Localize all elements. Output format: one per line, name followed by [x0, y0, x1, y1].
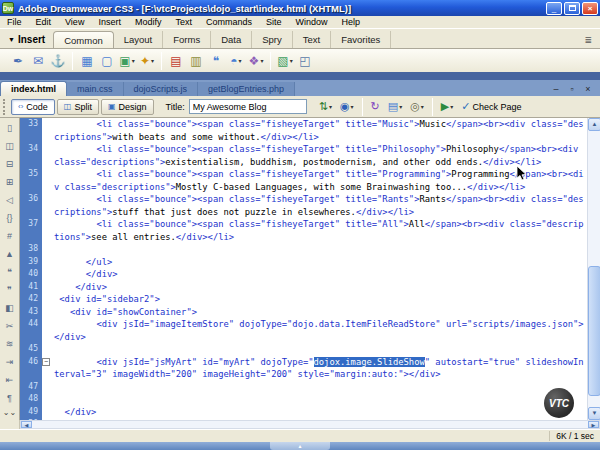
- split-view-button[interactable]: ◫Split: [57, 99, 99, 115]
- insert-tab-favorites[interactable]: Favorites: [331, 31, 391, 48]
- chevron-down-icon[interactable]: ▾: [329, 103, 332, 110]
- code-line-text[interactable]: <li class="bounce"><span class="fisheyeT…: [51, 143, 587, 168]
- panel-collapse-grip[interactable]: ▲: [270, 442, 330, 450]
- minimize-button[interactable]: _: [546, 2, 562, 15]
- server-include-icon[interactable]: ▥: [186, 52, 206, 70]
- chevron-down-icon[interactable]: ▾: [290, 57, 293, 64]
- restore-button[interactable]: [564, 2, 580, 15]
- panel-menu-icon[interactable]: ≣: [584, 35, 592, 45]
- code-line-text[interactable]: </div>: [51, 406, 587, 419]
- doc-restore-icon[interactable]: ▫: [566, 84, 578, 94]
- menu-item-text[interactable]: Text: [168, 16, 199, 28]
- code-line-text[interactable]: <li class="bounce"><span class="fisheyeT…: [51, 218, 587, 243]
- chevron-down-icon[interactable]: ▾: [351, 103, 354, 110]
- menu-item-commands[interactable]: Commands: [199, 16, 259, 28]
- hyperlink-icon[interactable]: ✒: [8, 52, 28, 70]
- scroll-left-icon[interactable]: ◀: [21, 421, 32, 428]
- check-page-button[interactable]: ✓ Check Page: [457, 100, 525, 113]
- doc-tab-dojoScripts-js[interactable]: dojoScripts.js: [124, 82, 199, 96]
- open-documents-icon[interactable]: ▯: [2, 120, 18, 136]
- insert-tab-forms[interactable]: Forms: [163, 31, 211, 48]
- view-options-icon[interactable]: ▤▾: [384, 100, 406, 113]
- chevron-more-icon[interactable]: ⌄⌄: [3, 408, 16, 417]
- select-parent-tag-icon[interactable]: ◁: [2, 192, 18, 208]
- chevron-down-icon[interactable]: ▾: [260, 57, 263, 64]
- indent-code-icon[interactable]: ⇥: [2, 354, 18, 370]
- code-line-text[interactable]: <div jsId="jsMyArt" id="myArt" dojoType=…: [51, 356, 587, 381]
- comment-icon[interactable]: ❝: [206, 52, 226, 70]
- code-view-button[interactable]: ‹›Code: [11, 99, 55, 115]
- insert-tab-text[interactable]: Text: [293, 31, 331, 48]
- head-icon[interactable]: ◓▾: [226, 52, 246, 70]
- code-line-text[interactable]: <li class="bounce"><span class="fisheyeT…: [51, 118, 587, 143]
- doc-tab-index-html[interactable]: index.html: [0, 81, 67, 96]
- vertical-scroll-thumb[interactable]: [588, 266, 600, 396]
- script-icon[interactable]: ❖▾: [246, 52, 266, 70]
- tag-chooser-icon[interactable]: ◰: [295, 52, 315, 70]
- code-line-text[interactable]: <div id="showContainer">: [51, 306, 587, 319]
- chevron-down-icon[interactable]: ▾: [421, 103, 424, 110]
- menu-item-view[interactable]: View: [58, 16, 91, 28]
- collapse-selection-icon[interactable]: ⊟: [2, 156, 18, 172]
- menu-item-window[interactable]: Window: [288, 16, 334, 28]
- code-line-text[interactable]: [51, 343, 587, 356]
- code-line-text[interactable]: </div>: [51, 281, 587, 294]
- visual-aids-icon[interactable]: ◎▾: [406, 100, 428, 113]
- menu-item-modify[interactable]: Modify: [128, 16, 169, 28]
- collapse-full-tag-icon[interactable]: ◫: [2, 138, 18, 154]
- doc-tab-getBlogEntries-php[interactable]: getBlogEntries.php: [198, 82, 295, 96]
- table-icon[interactable]: ▦: [77, 52, 97, 70]
- refresh-icon[interactable]: ↻: [367, 100, 384, 113]
- doc-minimize-icon[interactable]: –: [550, 84, 562, 94]
- insert-tab-layout[interactable]: Layout: [114, 31, 164, 48]
- remove-comment-icon[interactable]: ❞: [2, 282, 18, 298]
- doc-close-icon[interactable]: ×: [582, 84, 594, 94]
- code-line-text[interactable]: <li class="bounce"><span class="fisheyeT…: [51, 168, 587, 193]
- scroll-right-icon[interactable]: ▶: [588, 421, 599, 428]
- chevron-down-icon[interactable]: ▾: [132, 57, 135, 64]
- highlight-invalid-code-icon[interactable]: ▲: [2, 246, 18, 262]
- format-source-icon[interactable]: ¶: [2, 390, 18, 406]
- vertical-scrollbar[interactable]: ▲ ▼: [587, 118, 600, 420]
- collapse-code-icon[interactable]: −: [42, 358, 50, 366]
- insert-div-icon[interactable]: ▢: [97, 52, 117, 70]
- code-line-text[interactable]: <div id="sidebar2">: [51, 293, 587, 306]
- code-line-text[interactable]: <li class="bounce"><span class="fisheyeT…: [51, 193, 587, 218]
- file-management-icon[interactable]: ⇅▾: [315, 100, 336, 113]
- horizontal-scrollbar[interactable]: ◀ ▶: [20, 420, 600, 429]
- recent-snippets-icon[interactable]: ✂: [2, 318, 18, 334]
- templates-icon[interactable]: ▧▾: [275, 52, 295, 70]
- chevron-down-icon[interactable]: ▾: [239, 57, 242, 64]
- doc-tab-main-css[interactable]: main.css: [67, 82, 124, 96]
- insert-tab-data[interactable]: Data: [211, 31, 252, 48]
- line-numbers-icon[interactable]: #: [2, 228, 18, 244]
- menu-item-help[interactable]: Help: [334, 16, 367, 28]
- outdent-code-icon[interactable]: ⇤: [2, 372, 18, 388]
- insert-tab-spry[interactable]: Spry: [252, 31, 293, 48]
- validate-markup-icon[interactable]: ▶▾: [437, 100, 457, 113]
- scroll-up-icon[interactable]: ▲: [588, 118, 600, 131]
- code-line-text[interactable]: </div>: [51, 268, 587, 281]
- email-link-icon[interactable]: ✉: [28, 52, 48, 70]
- menu-item-file[interactable]: File: [0, 16, 29, 28]
- code-line-text[interactable]: [51, 381, 587, 394]
- chevron-down-icon[interactable]: ▾: [399, 103, 402, 110]
- code-line-text[interactable]: <div jsId="imageItemStore" dojoType="doj…: [51, 318, 587, 343]
- insert-tab-common[interactable]: Common: [53, 31, 114, 48]
- title-input[interactable]: [189, 99, 307, 114]
- chevron-down-icon[interactable]: ▾: [151, 57, 154, 64]
- wrap-tag-icon[interactable]: ◧: [2, 300, 18, 316]
- balance-braces-icon[interactable]: {}: [2, 210, 18, 226]
- design-view-button[interactable]: ▣Design: [101, 99, 154, 115]
- date-icon[interactable]: ▤: [166, 52, 186, 70]
- code-line-text[interactable]: [51, 243, 587, 256]
- chevron-down-icon[interactable]: ▾: [450, 103, 453, 110]
- move-convert-css-icon[interactable]: ≋: [2, 336, 18, 352]
- media-icon[interactable]: ✦▾: [137, 52, 157, 70]
- scroll-down-icon[interactable]: ▼: [588, 407, 600, 420]
- expand-all-icon[interactable]: ⊞: [2, 174, 18, 190]
- menu-item-edit[interactable]: Edit: [29, 16, 59, 28]
- close-button[interactable]: ×: [582, 2, 598, 15]
- code-line-text[interactable]: </ul>: [51, 256, 587, 269]
- images-icon[interactable]: ▣▾: [117, 52, 137, 70]
